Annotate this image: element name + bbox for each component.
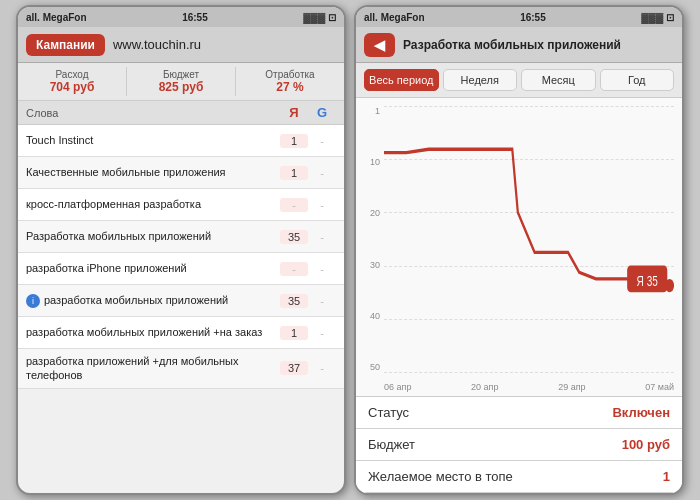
svg-text:Я 35: Я 35 [637, 271, 658, 289]
table-row[interactable]: Качественные мобильные приложения 1 - [18, 157, 344, 189]
info-section: Статус Включен Бюджет 100 руб Желаемое м… [356, 396, 682, 493]
nav-bar-right: ◀ Разработка мобильных приложений [356, 27, 682, 63]
period-tabs: Весь период Неделя Месяц Год [356, 63, 682, 98]
keyword-text: Качественные мобильные приложения [26, 165, 280, 179]
table-row[interactable]: Touch Instinct 1 - [18, 125, 344, 157]
keyword-g-value: - [308, 362, 336, 374]
info-row-budget: Бюджет 100 руб [356, 429, 682, 461]
keyword-ya-value: 37 [280, 361, 308, 375]
chart-x-labels: 06 апр 20 апр 29 апр 07 май [384, 382, 674, 392]
keyword-text: Touch Instinct [26, 133, 280, 147]
column-headers: Слова Я G [18, 101, 344, 125]
keyword-g-value: - [308, 295, 336, 307]
status-bar-right: all. MegaFon 16:55 ▓▓▓ ⊡ [356, 7, 682, 27]
status-bar-left: all. MegaFon 16:55 ▓▓▓ ⊡ [18, 7, 344, 27]
x-label: 29 апр [558, 382, 585, 392]
x-label: 07 май [645, 382, 674, 392]
chart-line: Я 35 [384, 106, 674, 372]
info-position-value: 1 [663, 469, 670, 484]
table-row[interactable]: разработка iPhone приложений - - [18, 253, 344, 285]
tab-month[interactable]: Месяц [521, 69, 596, 91]
time-right: 16:55 [520, 12, 546, 23]
keyword-text: Разработка мобильных приложений [26, 229, 280, 243]
stat-budget-label: Бюджет [131, 69, 231, 80]
nav-bar-left: Кампании www.touchin.ru [18, 27, 344, 63]
table-row[interactable]: кросс-платформенная разработка - - [18, 189, 344, 221]
time-left: 16:55 [182, 12, 208, 23]
keyword-ya-value: 35 [280, 230, 308, 244]
x-label: 20 апр [471, 382, 498, 392]
keyword-text: кросс-платформенная разработка [26, 197, 280, 211]
keyword-g-value: - [308, 327, 336, 339]
y-label: 40 [356, 311, 384, 321]
grid-line [384, 372, 674, 373]
stat-expense-label: Расход [22, 69, 122, 80]
y-label: 30 [356, 260, 384, 270]
nav-title: Разработка мобильных приложений [403, 38, 674, 52]
campaigns-button[interactable]: Кампании [26, 34, 105, 56]
tab-week[interactable]: Неделя [443, 69, 518, 91]
stat-worked: Отработка 27 % [236, 67, 344, 96]
keyword-ya-value: 1 [280, 166, 308, 180]
stat-budget: Бюджет 825 руб [127, 67, 236, 96]
chart-area: 1 10 20 30 40 50 Я 35 06 апр [356, 98, 682, 396]
table-row[interactable]: i разработка мобильных приложений 35 - [18, 285, 344, 317]
nav-url: www.touchin.ru [113, 37, 201, 52]
keyword-text: разработка iPhone приложений [26, 261, 280, 275]
info-row-status: Статус Включен [356, 397, 682, 429]
right-phone: all. MegaFon 16:55 ▓▓▓ ⊡ ◀ Разработка мо… [354, 5, 684, 495]
info-budget-label: Бюджет [368, 437, 622, 452]
keyword-g-value: - [308, 199, 336, 211]
col-ya-header: Я [280, 105, 308, 120]
table-row[interactable]: Разработка мобильных приложений 35 - [18, 221, 344, 253]
keyword-ya-value: 1 [280, 326, 308, 340]
info-icon: i [26, 294, 40, 308]
keyword-ya-value: 35 [280, 294, 308, 308]
info-position-label: Желаемое место в топе [368, 469, 663, 484]
battery-left: ▓▓▓ ⊡ [303, 12, 336, 23]
info-status-label: Статус [368, 405, 612, 420]
keyword-g-value: - [308, 263, 336, 275]
y-label: 1 [356, 106, 384, 116]
keyword-ya-value: - [280, 198, 308, 212]
table-row[interactable]: разработка мобильных приложений +на зака… [18, 317, 344, 349]
keyword-g-value: - [308, 135, 336, 147]
stat-expense-value: 704 руб [22, 80, 122, 94]
col-keyword-header: Слова [26, 107, 280, 119]
info-budget-value: 100 руб [622, 437, 670, 452]
tab-year[interactable]: Год [600, 69, 675, 91]
x-label: 06 апр [384, 382, 411, 392]
battery-right: ▓▓▓ ⊡ [641, 12, 674, 23]
keyword-text: разработка мобильных приложений +на зака… [26, 325, 280, 339]
tab-all-period[interactable]: Весь период [364, 69, 439, 91]
stat-expense: Расход 704 руб [18, 67, 127, 96]
keyword-text: разработка мобильных приложений [44, 293, 280, 307]
keyword-g-value: - [308, 167, 336, 179]
info-row-position: Желаемое место в топе 1 [356, 461, 682, 493]
signal-left: all. MegaFon [26, 12, 87, 23]
y-label: 50 [356, 362, 384, 372]
y-label: 20 [356, 208, 384, 218]
back-button[interactable]: ◀ [364, 33, 395, 57]
stats-row: Расход 704 руб Бюджет 825 руб Отработка … [18, 63, 344, 101]
stat-budget-value: 825 руб [131, 80, 231, 94]
keyword-text: разработка приложений +для мобильных тел… [26, 354, 280, 383]
chart-y-labels: 1 10 20 30 40 50 [356, 106, 384, 372]
signal-right: all. MegaFon [364, 12, 425, 23]
table-row[interactable]: разработка приложений +для мобильных тел… [18, 349, 344, 389]
keyword-ya-value: 1 [280, 134, 308, 148]
col-g-header: G [308, 105, 336, 120]
keyword-g-value: - [308, 231, 336, 243]
keyword-ya-value: - [280, 262, 308, 276]
left-phone: all. MegaFon 16:55 ▓▓▓ ⊡ Кампании www.to… [16, 5, 346, 495]
stat-worked-value: 27 % [240, 80, 340, 94]
y-label: 10 [356, 157, 384, 167]
info-status-value: Включен [612, 405, 670, 420]
keyword-list: Touch Instinct 1 - Качественные мобильны… [18, 125, 344, 493]
stat-worked-label: Отработка [240, 69, 340, 80]
